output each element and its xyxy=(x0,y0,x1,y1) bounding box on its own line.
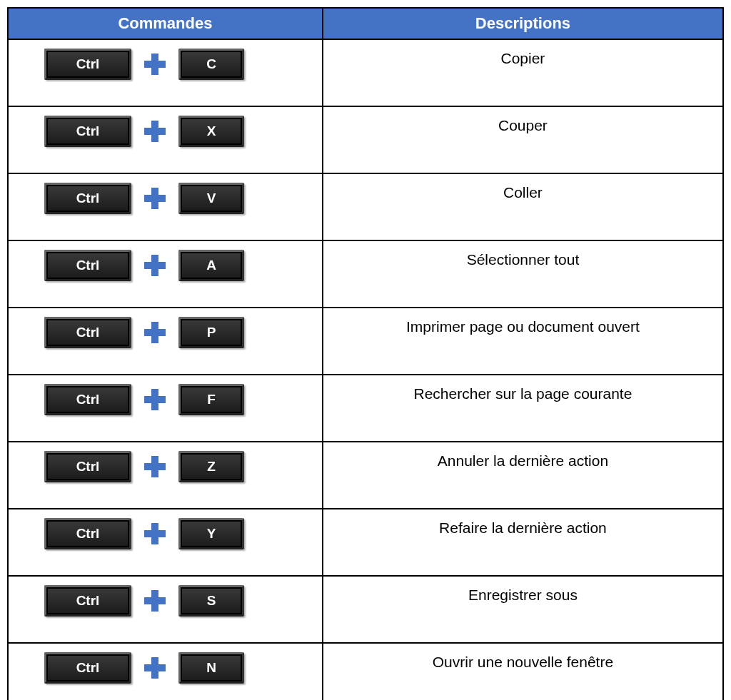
description-cell: Coller xyxy=(323,173,723,240)
key-ctrl: Ctrl xyxy=(44,49,131,80)
table-row: CtrlSEnregistrer sous xyxy=(8,576,723,643)
key-combo: CtrlF xyxy=(23,384,308,415)
key-combo: CtrlA xyxy=(23,250,308,281)
key-ctrl: Ctrl xyxy=(44,250,131,281)
key-ctrl: Ctrl xyxy=(44,317,131,348)
key-combo: CtrlZ xyxy=(23,451,308,482)
key-letter: F xyxy=(178,384,244,415)
command-cell: CtrlC xyxy=(8,39,323,106)
table-row: CtrlNOuvrir une nouvelle fenêtre xyxy=(8,643,723,700)
table-row: CtrlZAnnuler la dernière action xyxy=(8,442,723,509)
plus-icon xyxy=(144,657,166,679)
key-ctrl: Ctrl xyxy=(44,518,131,549)
command-cell: CtrlX xyxy=(8,106,323,173)
key-combo: CtrlV xyxy=(23,183,308,214)
command-cell: CtrlN xyxy=(8,643,323,700)
command-cell: CtrlP xyxy=(8,308,323,375)
description-cell: Annuler la dernière action xyxy=(323,442,723,509)
key-ctrl: Ctrl xyxy=(44,585,131,617)
table-row: CtrlCCopier xyxy=(8,39,723,106)
command-cell: CtrlS xyxy=(8,576,323,643)
description-cell: Ouvrir une nouvelle fenêtre xyxy=(323,643,723,700)
key-letter: C xyxy=(178,49,244,80)
description-cell: Enregistrer sous xyxy=(323,576,723,643)
plus-icon xyxy=(144,54,166,75)
plus-icon xyxy=(144,456,166,477)
command-cell: CtrlY xyxy=(8,509,323,576)
description-cell: Sélectionner tout xyxy=(323,240,723,308)
description-cell: Rechercher sur la page courante xyxy=(323,375,723,442)
key-combo: CtrlS xyxy=(23,585,308,617)
key-ctrl: Ctrl xyxy=(44,652,131,684)
key-letter: A xyxy=(178,250,244,281)
table-row: CtrlYRefaire la dernière action xyxy=(8,509,723,576)
key-ctrl: Ctrl xyxy=(44,116,131,147)
description-cell: Refaire la dernière action xyxy=(323,509,723,576)
table-row: CtrlPImprimer page ou document ouvert xyxy=(8,308,723,375)
plus-icon xyxy=(144,188,166,209)
plus-icon xyxy=(144,255,166,276)
command-cell: CtrlV xyxy=(8,173,323,240)
plus-icon xyxy=(144,322,166,343)
plus-icon xyxy=(144,590,166,612)
key-ctrl: Ctrl xyxy=(44,183,131,214)
table-row: CtrlASélectionner tout xyxy=(8,240,723,308)
key-combo: CtrlN xyxy=(23,652,308,684)
key-letter: V xyxy=(178,183,244,214)
command-cell: CtrlF xyxy=(8,375,323,442)
key-letter: X xyxy=(178,116,244,147)
table-row: CtrlFRechercher sur la page courante xyxy=(8,375,723,442)
plus-icon xyxy=(144,121,166,142)
plus-icon xyxy=(144,389,166,410)
key-ctrl: Ctrl xyxy=(44,384,131,415)
key-letter: S xyxy=(178,585,244,617)
key-combo: CtrlC xyxy=(23,49,308,80)
key-letter: P xyxy=(178,317,244,348)
plus-icon xyxy=(144,523,166,544)
command-cell: CtrlA xyxy=(8,240,323,308)
key-letter: Z xyxy=(178,451,244,482)
header-commands: Commandes xyxy=(8,8,323,39)
key-combo: CtrlP xyxy=(23,317,308,348)
table-row: CtrlVColler xyxy=(8,173,723,240)
command-cell: CtrlZ xyxy=(8,442,323,509)
key-letter: N xyxy=(178,652,244,684)
key-combo: CtrlX xyxy=(23,116,308,147)
key-combo: CtrlY xyxy=(23,518,308,549)
description-cell: Imprimer page ou document ouvert xyxy=(323,308,723,375)
shortcuts-table: Commandes Descriptions CtrlCCopierCtrlXC… xyxy=(7,7,724,700)
header-descriptions: Descriptions xyxy=(323,8,723,39)
key-ctrl: Ctrl xyxy=(44,451,131,482)
table-row: CtrlXCouper xyxy=(8,106,723,173)
key-letter: Y xyxy=(178,518,244,549)
description-cell: Couper xyxy=(323,106,723,173)
description-cell: Copier xyxy=(323,39,723,106)
